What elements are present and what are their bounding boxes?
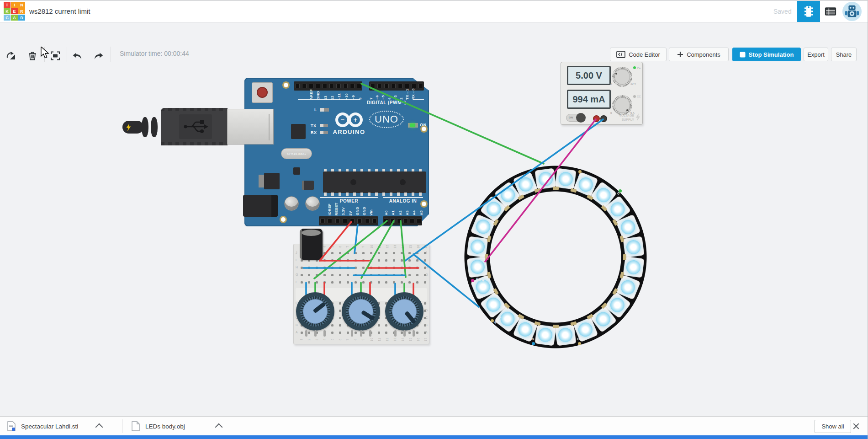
pin-socket[interactable] bbox=[410, 219, 414, 223]
pin-socket[interactable] bbox=[405, 84, 409, 88]
breadboard-hole[interactable] bbox=[355, 259, 357, 262]
breadboard-hole[interactable] bbox=[385, 274, 387, 276]
potentiometer-1[interactable] bbox=[296, 292, 334, 331]
breadboard-hole[interactable] bbox=[362, 332, 365, 334]
pin-socket[interactable] bbox=[320, 219, 325, 223]
neopixel-led[interactable] bbox=[556, 169, 576, 189]
breadboard-hole[interactable] bbox=[331, 274, 333, 276]
pin-socket[interactable] bbox=[350, 84, 355, 88]
breadboard-hole[interactable] bbox=[408, 252, 411, 254]
breadboard-hole[interactable] bbox=[362, 259, 365, 262]
breadboard-hole[interactable] bbox=[393, 281, 395, 284]
breadboard-hole[interactable] bbox=[401, 252, 403, 254]
reset-button[interactable] bbox=[252, 82, 273, 103]
breadboard-hole[interactable] bbox=[339, 310, 341, 312]
breadboard-hole[interactable] bbox=[385, 267, 387, 269]
breadboard-hole[interactable] bbox=[339, 267, 341, 269]
pin-socket[interactable] bbox=[302, 84, 307, 88]
pin-socket[interactable] bbox=[391, 84, 396, 88]
breadboard-hole[interactable] bbox=[331, 281, 333, 284]
breadboard-hole[interactable] bbox=[362, 274, 365, 276]
breadboard-hole[interactable] bbox=[331, 252, 333, 254]
pin-socket[interactable] bbox=[335, 219, 340, 223]
pin-socket[interactable] bbox=[370, 84, 375, 88]
breadboard-hole[interactable] bbox=[424, 252, 426, 254]
breadboard-hole[interactable] bbox=[385, 259, 387, 262]
circuits-view-button[interactable] bbox=[797, 1, 820, 22]
chevron-up-icon[interactable] bbox=[95, 423, 103, 431]
export-button[interactable]: Export bbox=[804, 48, 828, 61]
pin-socket[interactable] bbox=[357, 84, 361, 88]
breadboard-hole[interactable] bbox=[424, 310, 426, 312]
chevron-up-icon[interactable] bbox=[215, 423, 222, 431]
breadboard-hole[interactable] bbox=[416, 259, 418, 262]
breadboard-hole[interactable] bbox=[339, 324, 341, 327]
pin-socket[interactable] bbox=[412, 84, 416, 88]
breadboard-hole[interactable] bbox=[323, 267, 326, 269]
breadboard-hole[interactable] bbox=[378, 332, 380, 334]
breadboard-hole[interactable] bbox=[308, 267, 310, 269]
breadboard-hole[interactable] bbox=[424, 281, 426, 284]
analog-header[interactable] bbox=[383, 216, 422, 225]
pin-socket[interactable] bbox=[397, 219, 402, 223]
usb-plug[interactable] bbox=[161, 108, 228, 145]
negative-terminal[interactable] bbox=[600, 115, 607, 122]
breadboard-hole[interactable] bbox=[347, 259, 349, 262]
breadboard-hole[interactable] bbox=[323, 281, 326, 284]
breadboard-hole[interactable] bbox=[323, 274, 326, 276]
breadboard-hole[interactable] bbox=[385, 281, 387, 284]
download-item[interactable]: LEDs body.obj bbox=[132, 419, 237, 434]
breadboard-hole[interactable] bbox=[323, 259, 326, 262]
pin-socket[interactable] bbox=[295, 84, 300, 88]
neopixel-led[interactable] bbox=[623, 257, 644, 278]
pin-socket[interactable] bbox=[343, 219, 347, 223]
voltage-knob[interactable] bbox=[612, 67, 632, 87]
breadboard-hole[interactable] bbox=[378, 281, 380, 284]
pin-socket[interactable] bbox=[384, 219, 388, 223]
breadboard-hole[interactable] bbox=[416, 274, 418, 276]
breadboard-hole[interactable] bbox=[401, 259, 403, 262]
breadboard-hole[interactable] bbox=[331, 332, 333, 334]
power-supply[interactable]: 5.00 V 994 mA VC CC 0 30 V 0 5 A ON VOLT… bbox=[561, 62, 643, 125]
breadboard-hole[interactable] bbox=[316, 281, 318, 284]
breadboard-hole[interactable] bbox=[408, 332, 411, 334]
breadboard-hole[interactable] bbox=[339, 252, 341, 254]
breadboard-hole[interactable] bbox=[308, 274, 310, 276]
pin-socket[interactable] bbox=[329, 84, 334, 88]
neopixel-led[interactable] bbox=[467, 257, 488, 278]
breadboard-hole[interactable] bbox=[347, 332, 349, 334]
code-editor-button[interactable]: Code Editor bbox=[610, 48, 667, 61]
pin-socket[interactable] bbox=[365, 219, 370, 223]
breadboard-hole[interactable] bbox=[393, 252, 395, 254]
pin-socket[interactable] bbox=[403, 219, 408, 223]
pin-socket[interactable] bbox=[372, 219, 377, 223]
breadboard-hole[interactable] bbox=[393, 274, 395, 276]
breadboard-hole[interactable] bbox=[308, 281, 310, 284]
potentiometer-2[interactable] bbox=[342, 292, 380, 331]
list-view-button[interactable] bbox=[823, 5, 838, 17]
breadboard-hole[interactable] bbox=[401, 267, 403, 269]
breadboard-hole[interactable] bbox=[424, 274, 426, 276]
breadboard-hole[interactable] bbox=[416, 252, 418, 254]
pin-socket[interactable] bbox=[417, 219, 421, 223]
breadboard-hole[interactable] bbox=[323, 252, 326, 254]
breadboard-hole[interactable] bbox=[408, 267, 411, 269]
breadboard-hole[interactable] bbox=[355, 252, 357, 254]
breadboard-hole[interactable] bbox=[416, 267, 418, 269]
breadboard-hole[interactable] bbox=[347, 252, 349, 254]
breadboard-hole[interactable] bbox=[331, 267, 333, 269]
breadboard-hole[interactable] bbox=[378, 252, 380, 254]
breadboard-hole[interactable] bbox=[401, 274, 403, 276]
breadboard-hole[interactable] bbox=[316, 274, 318, 276]
breadboard-hole[interactable] bbox=[301, 281, 303, 284]
breadboard-hole[interactable] bbox=[370, 267, 372, 269]
delete-icon[interactable] bbox=[27, 51, 37, 61]
zoom-to-fit-icon[interactable] bbox=[50, 51, 60, 61]
breadboard-hole[interactable] bbox=[378, 324, 380, 327]
pin-socket[interactable] bbox=[350, 219, 355, 223]
breadboard-hole[interactable] bbox=[408, 281, 411, 284]
positive-terminal[interactable] bbox=[593, 115, 600, 122]
breadboard-hole[interactable] bbox=[339, 274, 341, 276]
breadboard-hole[interactable] bbox=[378, 274, 380, 276]
breadboard-hole[interactable] bbox=[408, 259, 411, 262]
